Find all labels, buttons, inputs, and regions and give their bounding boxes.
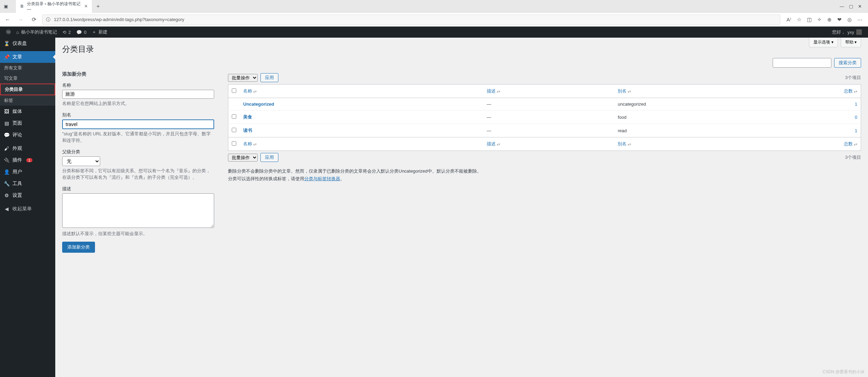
forward-button[interactable]: → [16, 17, 26, 23]
favorite-icon[interactable]: ☆ [797, 17, 801, 23]
brush-icon: 🖌 [3, 146, 10, 151]
extension-icon[interactable]: ◎ [847, 17, 852, 23]
apply-button-top[interactable]: 应用 [260, 73, 278, 82]
back-button[interactable]: ← [3, 17, 12, 23]
collapse-icon: ◀ [3, 206, 10, 212]
comment-icon: 💬 [76, 30, 82, 35]
col-slug-foot[interactable]: 别名▴▾ [618, 141, 631, 146]
slug-input[interactable] [62, 119, 214, 129]
window-close[interactable]: ✕ [858, 4, 862, 9]
browser-tab[interactable]: 🗎 分类目录 ‹ 杨小羊的读书笔记 — ✕ [16, 0, 92, 14]
slug-desc: "slug"是名称的 URL 友好版本。它通常都是小写的，并且只包含字母、数字和… [62, 130, 214, 144]
split-icon[interactable]: ◫ [807, 17, 812, 23]
bulk-action-select-top[interactable]: 批量操作 [228, 74, 258, 82]
col-posts[interactable]: 总数▴▾ [844, 88, 857, 94]
watermark: CSDN @爱看书的小沐 [822, 369, 865, 375]
field-name: 名称 名称是它在您网站上的显示方式。 [62, 82, 214, 107]
row-posts-link[interactable]: 1 [855, 102, 857, 107]
row-posts-link[interactable]: 0 [855, 115, 857, 120]
comments-link[interactable]: 💬0 [74, 27, 89, 38]
account-link[interactable]: 您好， yxy [829, 29, 865, 35]
parent-desc: 分类和标签不同，它可以有层级关系。您可以有一个名为『音乐』的分类，在该分类下可以… [62, 167, 214, 181]
apply-button-bottom[interactable]: 应用 [260, 153, 278, 162]
window-minimize[interactable]: — [840, 4, 844, 9]
menu-posts[interactable]: 📌文章 [0, 51, 55, 63]
row-name-link[interactable]: 美食 [243, 114, 252, 119]
row-checkbox[interactable] [232, 114, 236, 119]
submenu-categories[interactable]: 分类目录 [0, 84, 55, 95]
menu-plugins[interactable]: 🔌插件1 [0, 154, 55, 166]
close-tab-icon[interactable]: ✕ [84, 4, 88, 9]
page-title: 分类目录 [62, 38, 861, 58]
table-row: 美食 — food 0 [228, 110, 861, 124]
url-text: 127.0.0.1/wordpress/wp-admin/edit-tags.p… [54, 17, 184, 22]
tabs-icon[interactable]: ▣ [3, 4, 9, 9]
media-icon: 🖾 [3, 109, 10, 114]
col-name[interactable]: 名称▴▾ [243, 88, 257, 94]
categories-table: 名称▴▾ 描述▴▾ 别名▴▾ 总数▴▾ Uncategorized — unca… [228, 84, 861, 151]
note-convert: 分类可以选择性的转换成标签，请使用分类与标签转换器。 [228, 175, 861, 183]
favorites-bar-icon[interactable]: ✧ [817, 17, 822, 23]
note-delete: 删除分类不会删除分类中的文章。然而，仅隶属于已删除分类的文章将会分入默认分类Un… [228, 167, 861, 175]
window-maximize[interactable]: ▢ [849, 4, 853, 9]
wordpress-icon: ⓦ [6, 29, 11, 35]
col-desc[interactable]: 描述▴▾ [487, 88, 500, 94]
nav-bar: ← → ⟳ ⓘ 127.0.0.1/wordpress/wp-admin/edi… [0, 12, 868, 26]
performance-icon[interactable]: ❤ [837, 17, 842, 23]
new-content-link[interactable]: ＋新建 [89, 27, 110, 38]
select-all-top[interactable] [232, 88, 236, 93]
name-label: 名称 [62, 82, 214, 88]
parent-select[interactable]: 无 [62, 156, 100, 166]
row-slug: read [614, 124, 840, 137]
submenu-all-posts[interactable]: 所有文章 [0, 63, 55, 73]
tab-strip: 🗎 分类目录 ‹ 杨小羊的读书笔记 — ✕ ＋ [16, 0, 104, 14]
row-posts-link[interactable]: 1 [855, 128, 857, 133]
more-icon[interactable]: ⋯ [857, 17, 862, 23]
menu-settings[interactable]: ⚙设置 [0, 190, 55, 201]
name-input[interactable] [62, 90, 214, 99]
tablenav-bottom: 批量操作 应用 3个项目 [228, 153, 861, 162]
desc-textarea[interactable] [62, 193, 214, 228]
submit-button[interactable]: 添加新分类 [62, 242, 95, 253]
col-desc-foot[interactable]: 描述▴▾ [487, 141, 500, 146]
converter-link[interactable]: 分类与标签转换器 [304, 176, 340, 181]
col-posts-foot[interactable]: 总数▴▾ [844, 141, 857, 146]
new-tab-button[interactable]: ＋ [92, 1, 104, 11]
row-checkbox[interactable] [232, 128, 236, 132]
footer-notes: 删除分类不会删除分类中的文章。然而，仅隶属于已删除分类的文章将会分入默认分类Un… [228, 167, 861, 183]
collections-icon[interactable]: ⊕ [827, 17, 832, 23]
menu-media[interactable]: 🖾媒体 [0, 106, 55, 117]
row-name-link[interactable]: Uncategorized [243, 102, 274, 107]
bulk-action-select-bottom[interactable]: 批量操作 [228, 154, 258, 162]
menu-tools[interactable]: 🔧工具 [0, 178, 55, 190]
avatar [856, 29, 862, 35]
row-desc: — [483, 124, 614, 137]
reload-button[interactable]: ⟳ [29, 16, 39, 23]
row-name-link[interactable]: 读书 [243, 128, 252, 133]
pages-icon: ▤ [3, 120, 10, 126]
site-name-link[interactable]: ⌂杨小羊的读书笔记 [13, 27, 60, 38]
menu-comments[interactable]: 💬评论 [0, 129, 55, 141]
tablenav-top: 批量操作 应用 3个项目 [228, 73, 861, 82]
url-bar[interactable]: ⓘ 127.0.0.1/wordpress/wp-admin/edit-tags… [42, 14, 780, 25]
col-name-foot[interactable]: 名称▴▾ [243, 141, 257, 146]
updates-link[interactable]: ⟲2 [60, 27, 74, 38]
menu-appearance[interactable]: 🖌外观 [0, 143, 55, 154]
screen-options-button[interactable]: 显示选项 ▾ [809, 38, 838, 47]
select-all-bottom[interactable] [232, 141, 236, 146]
submenu-tags[interactable]: 标签 [0, 95, 55, 106]
plugin-badge: 1 [26, 158, 32, 162]
search-input[interactable] [773, 58, 831, 68]
wp-logo[interactable]: ⓦ [3, 27, 13, 38]
col-slug[interactable]: 别名▴▾ [618, 88, 631, 94]
menu-pages[interactable]: ▤页面 [0, 117, 55, 129]
help-button[interactable]: 帮助 ▾ [841, 38, 861, 47]
search-button[interactable]: 搜索分类 [834, 58, 861, 68]
site-info-icon[interactable]: ⓘ [46, 17, 50, 23]
submenu-new-post[interactable]: 写文章 [0, 73, 55, 84]
menu-dashboard[interactable]: ⌛仪表盘 [0, 38, 55, 49]
read-aloud-icon[interactable]: A⁾ [786, 17, 791, 23]
search-box: 搜索分类 [62, 58, 861, 68]
menu-collapse[interactable]: ◀收起菜单 [0, 203, 55, 215]
menu-users[interactable]: 👤用户 [0, 166, 55, 178]
